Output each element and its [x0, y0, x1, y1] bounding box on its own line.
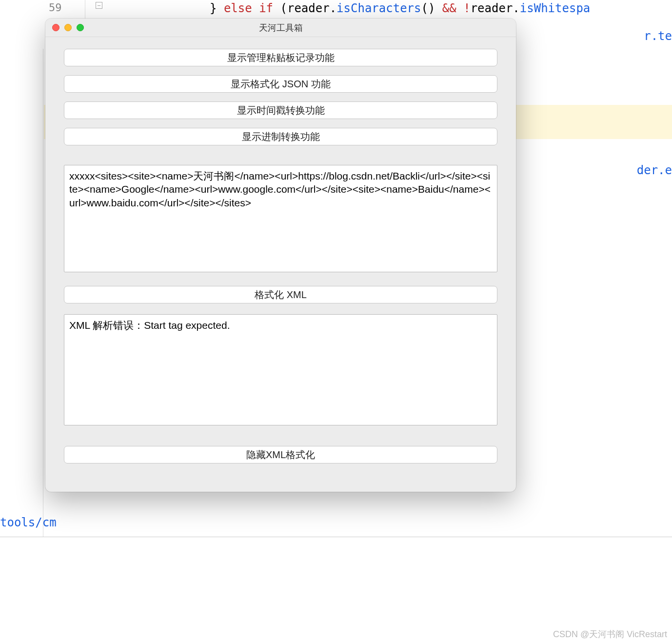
show-timestamp-button[interactable]: 显示时间戳转换功能: [64, 101, 497, 119]
format-xml-button[interactable]: 格式化 XML: [64, 286, 497, 303]
dialog-body: 显示管理粘贴板记录功能 显示格式化 JSON 功能 显示时间戳转换功能 显示进制…: [45, 37, 516, 492]
hide-xml-format-button[interactable]: 隐藏XML格式化: [64, 446, 497, 463]
traffic-lights: [52, 24, 84, 31]
bottom-path-text: tools/cm: [0, 516, 57, 529]
bottom-panel: [0, 537, 672, 644]
show-clipboard-button[interactable]: 显示管理粘贴板记录功能: [64, 49, 497, 66]
xml-output-box[interactable]: XML 解析错误：Start tag expected.: [64, 314, 497, 425]
maximize-icon[interactable]: [77, 24, 84, 31]
editor-divider: [43, 49, 43, 537]
show-radix-button[interactable]: 显示进制转换功能: [64, 128, 497, 145]
code-line: } else if (reader.isCharacters() && !rea…: [210, 1, 590, 15]
dialog-title: 天河工具箱: [259, 22, 303, 34]
xml-input-textarea[interactable]: [64, 165, 497, 272]
close-icon[interactable]: [52, 24, 59, 31]
watermark-text: CSDN @天河书阁 VicRestart: [553, 628, 667, 640]
line-number: 59: [49, 1, 62, 14]
code-fragment-right1: r.te: [644, 29, 672, 43]
show-json-format-button[interactable]: 显示格式化 JSON 功能: [64, 75, 497, 93]
toolbox-dialog: 天河工具箱 显示管理粘贴板记录功能 显示格式化 JSON 功能 显示时间戳转换功…: [45, 19, 516, 492]
fold-indicator-icon[interactable]: –: [96, 2, 102, 9]
code-fragment-right2: der.e: [637, 163, 672, 177]
minimize-icon[interactable]: [64, 24, 72, 31]
dialog-titlebar[interactable]: 天河工具箱: [45, 19, 516, 37]
